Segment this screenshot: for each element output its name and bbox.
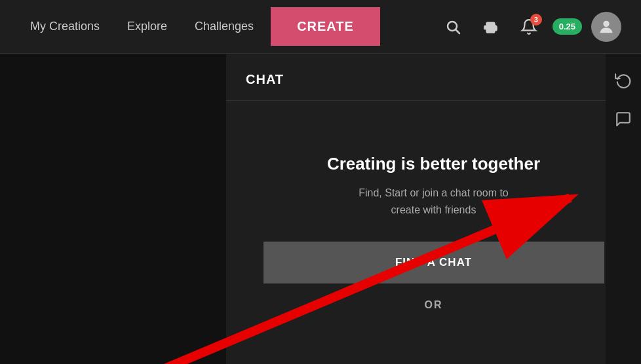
bell-button[interactable]: 3 bbox=[515, 12, 543, 41]
coin-balance[interactable]: 0.25 bbox=[553, 18, 582, 35]
history-icon bbox=[615, 71, 632, 88]
user-icon bbox=[597, 18, 615, 36]
history-button[interactable] bbox=[610, 67, 636, 93]
search-icon bbox=[445, 19, 461, 35]
chat-title: CHAT bbox=[246, 72, 284, 86]
puzzle-button[interactable] bbox=[476, 12, 505, 41]
chat-header: CHAT bbox=[226, 54, 641, 101]
left-panel bbox=[0, 54, 226, 364]
main-area: CHAT Creating is better together Find, S… bbox=[0, 54, 641, 364]
puzzle-icon bbox=[482, 18, 499, 35]
nav-explore[interactable]: Explore bbox=[117, 14, 178, 39]
svg-point-2 bbox=[603, 20, 609, 26]
nav-challenges[interactable]: Challenges bbox=[184, 14, 264, 39]
chat-subtext: Find, Start or join a chat room to creat… bbox=[359, 185, 509, 218]
chat-subtext-line2: create with friends bbox=[391, 204, 476, 215]
chat-bubble-icon bbox=[615, 111, 632, 128]
chat-content: Creating is better together Find, Start … bbox=[226, 101, 641, 364]
side-icons-panel bbox=[606, 54, 641, 364]
chat-headline: Creating is better together bbox=[327, 154, 540, 174]
avatar-button[interactable] bbox=[591, 12, 621, 42]
svg-line-1 bbox=[456, 29, 459, 33]
or-divider: OR bbox=[425, 299, 443, 311]
notification-badge: 3 bbox=[530, 14, 542, 26]
header-icons: 3 0.25 bbox=[438, 12, 621, 42]
find-chat-button[interactable]: FIND A CHAT bbox=[263, 242, 604, 283]
search-button[interactable] bbox=[438, 12, 467, 41]
nav-my-creations[interactable]: My Creations bbox=[20, 14, 110, 39]
nav-create-button[interactable]: CREATE bbox=[271, 7, 380, 46]
nav-links: My Creations Explore Challenges CREATE bbox=[20, 7, 438, 46]
chat-subtext-line1: Find, Start or join a chat room to bbox=[359, 187, 509, 198]
chat-icon-button[interactable] bbox=[610, 106, 636, 132]
chat-panel: CHAT Creating is better together Find, S… bbox=[226, 54, 641, 364]
header: My Creations Explore Challenges CREATE 3… bbox=[0, 0, 641, 54]
